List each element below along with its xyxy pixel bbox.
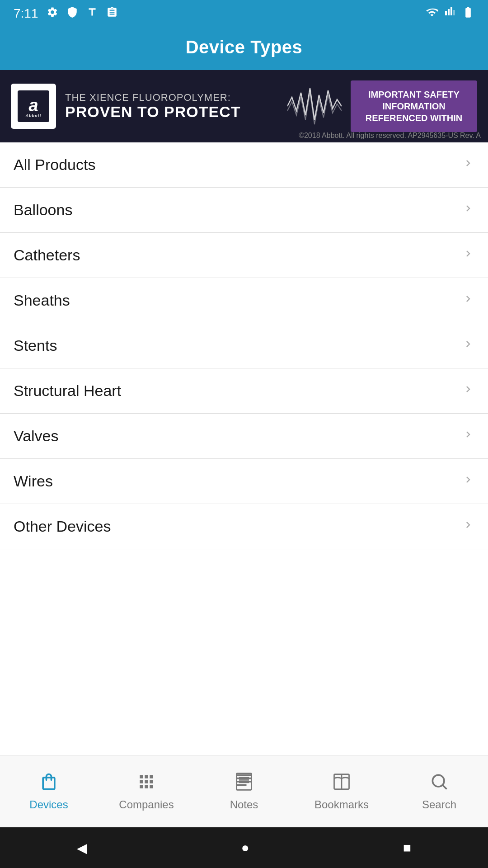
status-time: 7:11 [14,6,38,21]
banner-text: THE XIENCE FLUOROPOLYMER: PROVEN TO PROT… [65,92,278,120]
list-item-label-all-products: All Products [14,156,95,174]
nav-label-devices: Devices [29,798,68,811]
list-item-sheaths[interactable]: Sheaths [0,278,488,323]
signal-icon [445,6,455,22]
banner-safety-text: IMPORTANT SAFETY INFORMATION REFERENCED … [351,80,477,132]
chevron-right-icon [462,428,474,444]
bottom-navigation: Devices Companies Notes [0,755,488,827]
notes-icon [234,772,254,795]
list-item-label-stents: Stents [14,337,57,354]
shield-icon [66,6,78,21]
nav-item-bookmarks[interactable]: Bookmarks [293,755,390,827]
battery-icon [462,6,474,22]
abbott-logo: a Abbott [11,84,56,129]
advertisement-banner[interactable]: a Abbott THE XIENCE FLUOROPOLYMER: PROVE… [0,70,488,142]
list-item-label-other-devices: Other Devices [14,518,111,535]
text-icon [86,6,98,21]
nav-item-notes[interactable]: Notes [195,755,293,827]
list-item-label-balloons: Balloons [14,201,72,219]
wifi-icon [426,6,438,22]
android-home-button[interactable]: ● [241,840,249,855]
header: Device Types [0,27,488,70]
settings-icon [47,6,58,21]
banner-copyright: ©2018 Abbott. All rights reserved. AP294… [299,132,481,140]
svg-text:Abbott: Abbott [25,113,42,118]
companies-icon [136,772,156,795]
chevron-right-icon [462,202,474,218]
clipboard-icon [106,6,118,21]
android-recent-button[interactable]: ■ [403,840,411,855]
list-item-other-devices[interactable]: Other Devices [0,504,488,549]
chevron-right-icon [462,383,474,399]
nav-item-search[interactable]: Search [390,755,488,827]
search-icon [429,772,449,795]
chevron-right-icon [462,473,474,489]
list-item-stents[interactable]: Stents [0,323,488,368]
device-type-list: All ProductsBalloonsCathetersSheathsSten… [0,142,488,755]
status-bar: 7:11 [0,0,488,27]
list-item-wires[interactable]: Wires [0,459,488,504]
list-item-catheters[interactable]: Catheters [0,233,488,278]
chevron-right-icon [462,247,474,263]
devices-icon [39,772,59,795]
nav-item-devices[interactable]: Devices [0,755,98,827]
svg-point-11 [432,775,444,787]
list-item-balloons[interactable]: Balloons [0,188,488,233]
nav-label-bookmarks: Bookmarks [314,798,369,811]
abbott-logo-letter: a Abbott [18,90,49,122]
status-bar-right [426,6,474,22]
list-item-all-products[interactable]: All Products [0,142,488,188]
banner-wave-graphic [287,84,342,129]
list-item-structural-heart[interactable]: Structural Heart [0,368,488,414]
status-bar-left: 7:11 [14,6,118,21]
chevron-right-icon [462,157,474,173]
list-item-label-catheters: Catheters [14,246,80,264]
list-item-valves[interactable]: Valves [0,414,488,459]
list-item-label-wires: Wires [14,472,53,490]
nav-label-search: Search [422,798,456,811]
list-item-label-valves: Valves [14,427,59,445]
chevron-right-icon [462,338,474,354]
banner-tagline-main: PROVEN TO PROTECT [65,104,278,120]
bookmarks-icon [332,772,352,795]
svg-line-12 [443,785,446,789]
chevron-right-icon [462,519,474,534]
android-back-button[interactable]: ◀ [77,840,87,856]
banner-tagline-top: THE XIENCE FLUOROPOLYMER: [65,92,278,104]
android-navigation-bar: ◀ ● ■ [0,827,488,868]
nav-item-companies[interactable]: Companies [98,755,195,827]
chevron-right-icon [462,292,474,308]
nav-label-notes: Notes [230,798,258,811]
list-item-label-sheaths: Sheaths [14,292,70,309]
list-item-label-structural-heart: Structural Heart [14,382,121,400]
nav-label-companies: Companies [119,798,174,811]
page-title: Device Types [186,37,303,57]
svg-text:a: a [28,96,38,115]
